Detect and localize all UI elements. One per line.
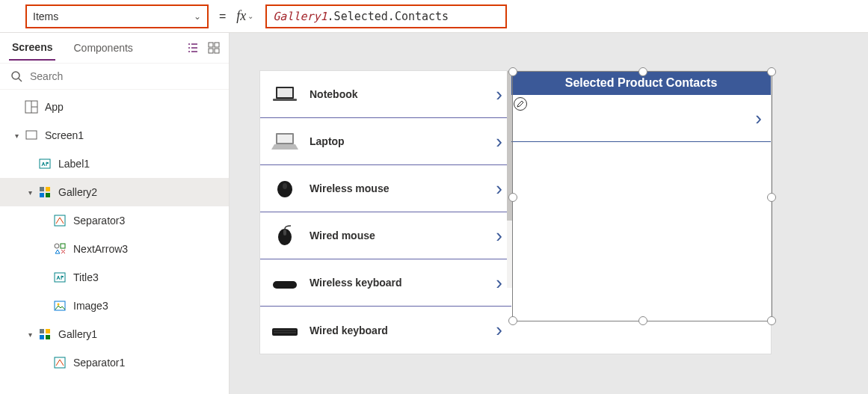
tree-item-nextarrow3[interactable]: NextArrow3	[0, 235, 229, 263]
tree-item-separator1[interactable]: Separator1	[0, 348, 229, 377]
tab-screens[interactable]: Screens	[9, 35, 55, 61]
chevron-down-icon[interactable]: ⌄	[247, 12, 253, 20]
product-image	[269, 177, 301, 200]
selection-box	[512, 71, 772, 321]
resize-handle[interactable]	[767, 67, 776, 76]
svg-rect-10	[40, 159, 50, 168]
formula-gallery-ref: Gallery1	[273, 10, 327, 23]
svg-rect-1	[215, 43, 219, 47]
tree-label: Image3	[73, 300, 108, 312]
tree-item-app[interactable]: App	[0, 93, 229, 121]
svg-rect-27	[277, 88, 292, 97]
chevron-right-icon[interactable]: ›	[496, 318, 502, 342]
app-icon	[24, 99, 39, 114]
tree-label: Title3	[73, 271, 99, 283]
product-image	[269, 224, 301, 247]
property-selector[interactable]: Items ⌄	[25, 4, 209, 28]
svg-rect-28	[273, 99, 297, 101]
svg-rect-13	[40, 193, 44, 197]
product-image	[269, 319, 301, 342]
equals-sign: =	[219, 10, 226, 23]
svg-marker-31	[271, 144, 298, 150]
tree: App ▾ Screen1 Label1 ▾ Gallery2 Separato…	[0, 90, 229, 394]
gallery-item[interactable]: Laptop ›	[260, 118, 511, 165]
product-title: Wireless keyboard	[310, 277, 402, 289]
property-selector-value: Items	[33, 10, 58, 22]
svg-rect-35	[283, 230, 286, 236]
gallery-item[interactable]: Wireless mouse ›	[260, 165, 511, 212]
label-icon	[37, 156, 52, 171]
separator-icon	[52, 355, 67, 370]
tree-label: NextArrow3	[73, 243, 128, 255]
svg-point-33	[283, 183, 287, 189]
resize-handle[interactable]	[638, 67, 647, 76]
svg-rect-0	[209, 43, 213, 47]
svg-point-4	[12, 72, 19, 79]
svg-rect-23	[40, 335, 44, 339]
resize-handle[interactable]	[767, 193, 776, 202]
tab-components[interactable]: Components	[70, 36, 135, 60]
caret-icon: ▾	[15, 132, 24, 140]
resize-handle[interactable]	[767, 316, 776, 325]
svg-rect-12	[46, 187, 50, 191]
gallery-item[interactable]: Wireless keyboard ›	[260, 259, 511, 307]
gallery-item[interactable]: Notebook ›	[260, 71, 511, 118]
formula-rest: .Selected.Contacts	[327, 10, 449, 23]
svg-rect-21	[40, 329, 44, 333]
svg-rect-9	[26, 131, 37, 139]
label-icon	[52, 270, 67, 285]
tree-label: App	[45, 101, 64, 113]
canvas[interactable]: Notebook › Laptop › Wireless mouse › Wir…	[259, 70, 772, 354]
edit-template-button[interactable]	[514, 97, 527, 111]
formula-input[interactable]: Gallery1.Selected.Contacts	[265, 4, 507, 28]
gallery-icon	[37, 327, 52, 342]
tree-item-title3[interactable]: Title3	[0, 263, 229, 292]
chevron-right-icon[interactable]: ›	[496, 271, 502, 295]
tree-item-image3[interactable]: Image3	[0, 292, 229, 320]
tree-item-separator3[interactable]: Separator3	[0, 206, 229, 235]
svg-rect-22	[46, 329, 50, 333]
caret-icon: ▾	[28, 330, 37, 339]
chevron-right-icon[interactable]: ›	[496, 224, 502, 247]
tree-label: Label1	[58, 158, 90, 170]
product-image	[269, 130, 301, 153]
product-title: Wired keyboard	[310, 324, 388, 336]
gallery-item[interactable]: Wired keyboard ›	[260, 307, 511, 354]
grid-icon[interactable]	[208, 42, 220, 54]
chevron-right-icon[interactable]: ›	[496, 83, 502, 106]
product-title: Wireless mouse	[310, 182, 389, 194]
canvas-area: Notebook › Laptop › Wireless mouse › Wir…	[230, 33, 868, 394]
tree-options-icon[interactable]	[187, 42, 199, 54]
tree-view-panel: Screens Components App	[0, 33, 230, 394]
tree-item-gallery2[interactable]: ▾ Gallery2	[0, 178, 229, 206]
gallery-icon	[37, 185, 52, 200]
product-image	[269, 271, 301, 294]
search-input[interactable]	[30, 70, 218, 82]
svg-point-16	[55, 244, 59, 248]
shapes-icon	[52, 241, 67, 256]
svg-rect-36	[273, 281, 297, 289]
tree-label: Screen1	[45, 129, 84, 141]
tree-label: Gallery1	[58, 328, 97, 340]
resize-handle[interactable]	[508, 67, 517, 76]
separator-icon	[52, 213, 67, 228]
tree-item-gallery1[interactable]: ▾ Gallery1	[0, 320, 229, 348]
svg-rect-2	[209, 49, 213, 53]
tree-item-screen1[interactable]: ▾ Screen1	[0, 121, 229, 150]
resize-handle[interactable]	[638, 316, 647, 325]
search-icon	[10, 70, 22, 82]
chevron-right-icon[interactable]: ›	[496, 177, 502, 200]
svg-rect-18	[55, 273, 65, 282]
tree-label: Separator3	[73, 215, 125, 227]
chevron-right-icon[interactable]: ›	[496, 130, 502, 153]
resize-handle[interactable]	[508, 316, 517, 325]
search-row	[0, 63, 229, 90]
resize-handle[interactable]	[508, 193, 517, 202]
gallery-item[interactable]: Wired mouse ›	[260, 212, 511, 259]
formula-bar: Items ⌄ = fx ⌄ Gallery1.Selected.Contact…	[0, 0, 868, 33]
tree-item-label1[interactable]: Label1	[0, 150, 229, 178]
tabs: Screens Components	[0, 33, 229, 63]
svg-rect-24	[46, 335, 50, 339]
svg-line-5	[19, 79, 22, 81]
gallery1[interactable]: Notebook › Laptop › Wireless mouse › Wir…	[260, 71, 511, 354]
